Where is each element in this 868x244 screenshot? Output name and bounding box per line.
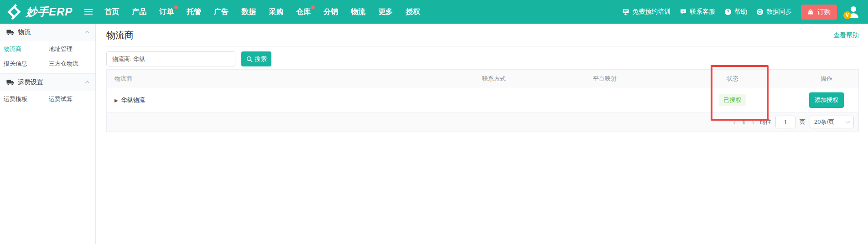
menu-toggle-icon[interactable] <box>84 9 93 15</box>
table-row: ▶华纵物流 已授权 添加授权 <box>107 88 858 112</box>
sidebar-section-logistics[interactable]: 物流 <box>0 24 95 41</box>
help-question-icon: ? <box>724 8 732 15</box>
nav-item-warehouse[interactable]: 仓库 <box>296 7 311 17</box>
data-sync-link[interactable]: 数据同步 <box>756 8 792 16</box>
main-content: 物流商 查看帮助 搜索 物流商 联系方式 平台映射 状态 <box>96 24 868 244</box>
sidebar: 物流 物流商 地址管理 报关信息 三方仓物流 运费设置 <box>0 24 96 244</box>
chevron-up-icon <box>85 31 90 36</box>
status-cell: 已授权 <box>670 94 795 106</box>
logistics-provider-search-input[interactable] <box>106 51 235 66</box>
app-window: 妙手ERP 首页 产品 订单 托管 广告 数据 采购 仓库 分销 物流 更多 授… <box>0 0 868 244</box>
prev-page-icon[interactable]: ‹ <box>732 118 737 126</box>
next-page-icon[interactable]: › <box>751 118 755 126</box>
logistics-provider-table: 物流商 联系方式 平台映射 状态 操作 ▶华纵物流 已授权 <box>106 69 859 132</box>
column-header-contact: 联系方式 <box>449 75 539 83</box>
search-button[interactable]: 搜索 <box>241 51 271 66</box>
page-body: 物流 物流商 地址管理 报关信息 三方仓物流 运费设置 <box>0 24 868 244</box>
sidebar-item-logistics-provider[interactable]: 物流商 <box>4 45 49 53</box>
actions-cell: 添加授权 <box>795 92 858 108</box>
page-unit-label: 页 <box>800 118 806 126</box>
avatar-vip-badge: V <box>843 11 851 19</box>
training-board-icon <box>622 8 629 15</box>
column-header-platform-mapping: 平台映射 <box>539 75 670 83</box>
nav-item-ads[interactable]: 广告 <box>214 7 229 17</box>
column-header-actions: 操作 <box>795 75 858 83</box>
section-title: 物流 <box>18 28 31 36</box>
svg-text:?: ? <box>727 9 729 14</box>
current-page-number[interactable]: 1 <box>741 119 747 126</box>
page-title: 物流商 <box>106 29 134 41</box>
truck-icon <box>6 80 14 86</box>
nav-item-more[interactable]: 更多 <box>378 7 393 17</box>
search-icon <box>246 56 253 62</box>
nav-item-home[interactable]: 首页 <box>104 7 119 17</box>
truck-icon <box>6 30 14 36</box>
provider-name: 华纵物流 <box>121 97 145 103</box>
topbar: 妙手ERP 首页 产品 订单 托管 广告 数据 采购 仓库 分销 物流 更多 授… <box>0 0 868 24</box>
sidebar-items-logistics: 物流商 地址管理 报关信息 三方仓物流 <box>0 41 95 73</box>
sidebar-item-freight-trial-calc[interactable]: 运费试算 <box>49 95 95 103</box>
nav-item-distribution[interactable]: 分销 <box>323 7 338 17</box>
warehouse-notification-dot <box>311 5 315 9</box>
nav-item-authorization[interactable]: 授权 <box>405 7 420 17</box>
expand-row-caret-icon[interactable]: ▶ <box>114 98 118 103</box>
sidebar-items-freight: 运费模板 运费试算 <box>0 91 95 109</box>
column-header-status: 状态 <box>670 75 795 83</box>
page-size-select[interactable]: 20条/页 <box>810 116 854 128</box>
contact-support-link[interactable]: 联系客服 <box>680 8 715 16</box>
customer-service-icon <box>680 8 687 15</box>
sidebar-item-address-management[interactable]: 地址管理 <box>49 45 95 53</box>
nav-item-purchase[interactable]: 采购 <box>269 7 283 17</box>
nav-item-data[interactable]: 数据 <box>241 7 256 17</box>
chevron-down-icon <box>846 119 850 124</box>
top-nav: 首页 产品 订单 托管 广告 数据 采购 仓库 分销 物流 更多 授权 <box>104 7 420 17</box>
nav-item-logistics[interactable]: 物流 <box>351 7 365 17</box>
section-title: 运费设置 <box>18 78 43 86</box>
chevron-up-icon <box>85 81 90 86</box>
add-authorization-button[interactable]: 添加授权 <box>809 92 844 108</box>
sidebar-item-third-party-warehouse[interactable]: 三方仓物流 <box>49 60 95 68</box>
free-training-link[interactable]: 免费预约培训 <box>622 8 670 16</box>
view-help-link[interactable]: 查看帮助 <box>833 31 859 40</box>
sidebar-section-freight-settings[interactable]: 运费设置 <box>0 74 95 91</box>
page-size-value: 20条/页 <box>814 118 834 126</box>
nav-item-orders[interactable]: 订单 <box>159 7 174 17</box>
logo-icon <box>6 4 22 20</box>
search-row: 搜索 <box>106 51 859 66</box>
sidebar-item-customs-info[interactable]: 报关信息 <box>4 60 49 68</box>
pagination-bar: ‹ 1 › 前往 页 20条/页 <box>107 112 858 132</box>
logo[interactable]: 妙手ERP <box>6 4 73 20</box>
page-header: 物流商 查看帮助 <box>106 24 859 46</box>
authorized-status-badge: 已授权 <box>719 94 746 106</box>
provider-cell: ▶华纵物流 <box>107 96 449 104</box>
order-purchase-button[interactable]: 订购 <box>801 5 837 20</box>
sync-icon <box>756 8 764 15</box>
user-avatar[interactable]: V <box>846 5 861 19</box>
help-link[interactable]: ? 帮助 <box>724 8 747 16</box>
nav-item-products[interactable]: 产品 <box>132 7 146 17</box>
nav-item-hosting[interactable]: 托管 <box>187 7 201 17</box>
table-header-row: 物流商 联系方式 平台映射 状态 操作 <box>107 70 858 88</box>
goto-page-input[interactable] <box>775 116 795 128</box>
sidebar-item-freight-template[interactable]: 运费模板 <box>4 95 49 103</box>
logo-text: 妙手ERP <box>26 5 73 19</box>
shopping-bag-icon <box>807 9 814 15</box>
topbar-right: 免费预约培训 联系客服 ? 帮助 <box>622 5 861 20</box>
orders-notification-dot <box>174 5 178 9</box>
column-header-provider: 物流商 <box>107 75 449 83</box>
goto-label: 前往 <box>759 118 771 126</box>
